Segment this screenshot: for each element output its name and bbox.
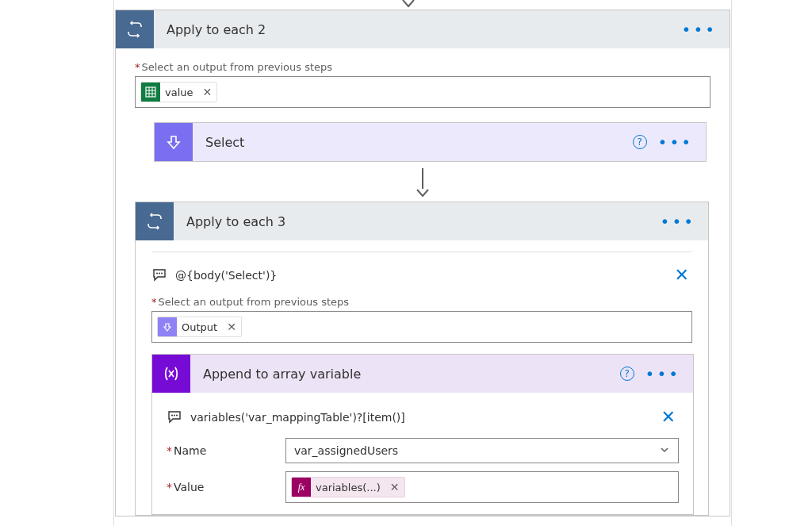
- append-value-input[interactable]: fx variables(...) ✕: [285, 471, 679, 503]
- append-menu[interactable]: •••: [645, 370, 680, 378]
- output-token-remove[interactable]: ✕: [222, 321, 241, 333]
- apply-to-each-3-header[interactable]: Apply to each 3 •••: [136, 202, 708, 240]
- fx-icon: fx: [292, 478, 311, 497]
- select-action-header[interactable]: Select ? •••: [155, 123, 706, 161]
- variable-name-value: var_assignedUsers: [294, 444, 398, 457]
- select-menu[interactable]: •••: [658, 138, 693, 146]
- append-to-array-card: Append to array variable ? •••: [151, 354, 694, 515]
- append-title: Append to array variable: [190, 367, 620, 382]
- svg-point-1: [156, 272, 158, 274]
- excel-icon: [141, 83, 160, 102]
- apply-to-each-3-title: Apply to each 3: [174, 214, 661, 229]
- append-help-icon[interactable]: ?: [620, 367, 634, 381]
- svg-point-2: [159, 272, 160, 274]
- apply2-output-input[interactable]: value ✕: [135, 76, 710, 108]
- append-to-array-header[interactable]: Append to array variable ? •••: [152, 355, 693, 393]
- apply3-comment-close[interactable]: ✕: [672, 265, 692, 285]
- apply-to-each-2-header[interactable]: Apply to each 2 •••: [116, 10, 730, 48]
- chevron-down-icon: [659, 444, 670, 458]
- variable-name-select[interactable]: var_assignedUsers: [285, 438, 679, 463]
- svg-point-6: [176, 414, 178, 416]
- apply-to-each-2-body: *Select an output from previous steps va…: [116, 48, 730, 516]
- comment-icon: [167, 409, 182, 425]
- apply-to-each-3-menu[interactable]: •••: [661, 217, 695, 225]
- apply-to-each-3-body: @{body('Select')} ✕ *Select an output fr…: [136, 240, 708, 515]
- append-value-row: *Value fx variables(...) ✕: [167, 471, 679, 503]
- append-body: variables('var_mappingTable')?[item()] ✕…: [152, 393, 693, 514]
- fx-token-remove[interactable]: ✕: [385, 481, 404, 493]
- fx-variables-token[interactable]: fx variables(...) ✕: [291, 477, 405, 497]
- apply3-comment-row: @{body('Select')} ✕: [151, 260, 692, 296]
- value-token[interactable]: value ✕: [140, 82, 217, 102]
- select-icon: [158, 317, 177, 336]
- loop-icon: [136, 202, 174, 240]
- apply-to-each-2-title: Apply to each 2: [154, 22, 682, 37]
- svg-point-5: [174, 414, 175, 416]
- append-comment-close[interactable]: ✕: [658, 407, 679, 427]
- value-token-remove[interactable]: ✕: [198, 86, 217, 98]
- select-icon: [155, 123, 193, 161]
- flow-designer-canvas: Apply to each 2 ••• *Select an output fr…: [0, 0, 812, 526]
- loop-icon: [116, 10, 154, 48]
- select-help-icon[interactable]: ?: [633, 135, 647, 149]
- apply-to-each-3-card: Apply to each 3 ••• @{body('Select')} ✕: [135, 202, 709, 516]
- select-action-card: Select ? •••: [154, 122, 707, 162]
- apply-to-each-2-card: Apply to each 2 ••• *Select an output fr…: [115, 10, 730, 516]
- append-comment-row: variables('var_mappingTable')?[item()] ✕: [167, 402, 679, 438]
- append-comment-text: variables('var_mappingTable')?[item()]: [190, 411, 650, 424]
- output-from-previous-label: *Select an output from previous steps: [135, 61, 710, 73]
- svg-point-3: [161, 272, 163, 274]
- apply-to-each-2-menu[interactable]: •••: [682, 25, 717, 33]
- select-action-title: Select: [193, 135, 633, 150]
- output-token[interactable]: Output ✕: [157, 317, 242, 337]
- variable-icon: [152, 355, 190, 393]
- apply3-output-input[interactable]: Output ✕: [151, 311, 692, 343]
- comment-icon: [151, 267, 167, 283]
- append-name-row: *Name var_assignedUsers: [167, 438, 679, 463]
- apply3-output-label: *Select an output from previous steps: [151, 296, 692, 308]
- svg-rect-0: [146, 87, 155, 97]
- apply3-comment-text: @{body('Select')}: [175, 269, 664, 282]
- arrow-select-to-apply3: [136, 168, 710, 198]
- svg-point-4: [171, 414, 173, 416]
